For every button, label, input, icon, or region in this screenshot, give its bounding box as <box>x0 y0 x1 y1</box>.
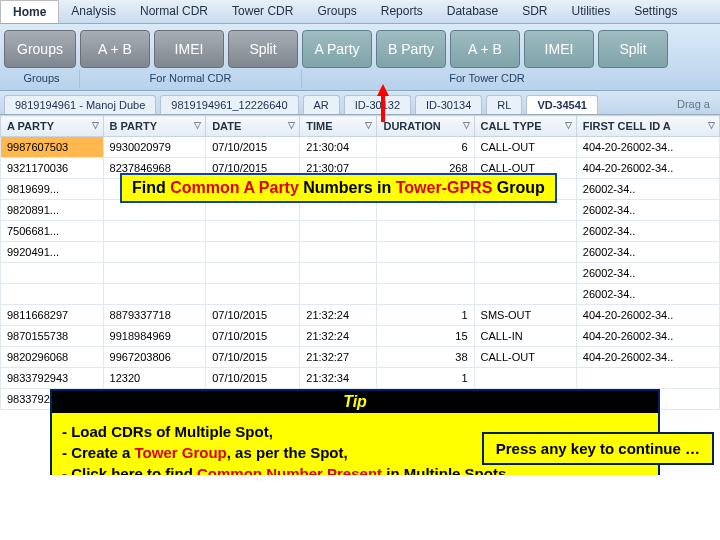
ribbon-section-for-tower-cdr: For Tower CDR <box>302 70 672 88</box>
col-first-cell-id-a[interactable]: FIRST CELL ID A▽ <box>576 116 719 137</box>
table-row[interactable]: 9920491...26002-34.. <box>1 242 720 263</box>
col-time[interactable]: TIME▽ <box>300 116 377 137</box>
tab-5[interactable]: RL <box>486 95 522 114</box>
continue-prompt[interactable]: Press any key to continue … <box>482 432 714 465</box>
menu-groups[interactable]: Groups <box>305 0 368 23</box>
ribbon-buttons: GroupsA + BIMEISplitA PartyB PartyA + BI… <box>4 30 716 68</box>
ribbon-btn-3-split[interactable]: Split <box>228 30 298 68</box>
ribbon-btn-5-b-party[interactable]: B Party <box>376 30 446 68</box>
ribbon-btn-0-groups[interactable]: Groups <box>4 30 76 68</box>
tab-4[interactable]: ID-30134 <box>415 95 482 114</box>
cdr-table: A PARTY▽B PARTY▽DATE▽TIME▽DURATION▽CALL … <box>0 115 720 410</box>
filter-icon[interactable]: ▽ <box>92 120 99 130</box>
ribbon-btn-6-a-b[interactable]: A + B <box>450 30 520 68</box>
table-row[interactable]: 7506681...26002-34.. <box>1 221 720 242</box>
red-arrow-indicator <box>377 84 389 122</box>
ribbon-section-groups: Groups <box>4 70 80 88</box>
filter-icon[interactable]: ▽ <box>565 120 572 130</box>
menu-tower-cdr[interactable]: Tower CDR <box>220 0 305 23</box>
ribbon: GroupsA + BIMEISplitA PartyB PartyA + BI… <box>0 24 720 91</box>
col-date[interactable]: DATE▽ <box>206 116 300 137</box>
ribbon-section-for-normal-cdr: For Normal CDR <box>80 70 302 88</box>
table-row[interactable]: 9870155738991898496907/10/201521:32:2415… <box>1 326 720 347</box>
menu-home[interactable]: Home <box>0 0 59 23</box>
ribbon-btn-4-a-party[interactable]: A Party <box>302 30 372 68</box>
ribbon-section-labels: GroupsFor Normal CDRFor Tower CDR <box>4 70 716 88</box>
col-duration[interactable]: DURATION▽ <box>377 116 474 137</box>
table-row[interactable]: 98337929431232007/10/201521:32:341 <box>1 368 720 389</box>
table-row[interactable]: 26002-34.. <box>1 263 720 284</box>
table-row[interactable]: 26002-34.. <box>1 284 720 305</box>
filter-icon[interactable]: ▽ <box>463 120 470 130</box>
ribbon-btn-2-imei[interactable]: IMEI <box>154 30 224 68</box>
table-row[interactable]: 9987607503993002097907/10/201521:30:046C… <box>1 137 720 158</box>
header-row: A PARTY▽B PARTY▽DATE▽TIME▽DURATION▽CALL … <box>1 116 720 137</box>
ribbon-btn-1-a-b[interactable]: A + B <box>80 30 150 68</box>
callout-find-common: Find Common A Party Numbers in Tower-GPR… <box>120 173 557 203</box>
menu-settings[interactable]: Settings <box>622 0 689 23</box>
menu-normal-cdr[interactable]: Normal CDR <box>128 0 220 23</box>
ribbon-btn-8-split[interactable]: Split <box>598 30 668 68</box>
menu-analysis[interactable]: Analysis <box>59 0 128 23</box>
tab-6[interactable]: VD-34541 <box>526 95 598 114</box>
col-a-party[interactable]: A PARTY▽ <box>1 116 104 137</box>
tab-0[interactable]: 9819194961 - Manoj Dube <box>4 95 156 114</box>
menu-utilities[interactable]: Utilities <box>560 0 623 23</box>
filter-icon[interactable]: ▽ <box>365 120 372 130</box>
filter-icon[interactable]: ▽ <box>288 120 295 130</box>
tip-heading: Tip <box>52 391 658 413</box>
tab-2[interactable]: AR <box>303 95 340 114</box>
table-row[interactable]: 9811668297887933771807/10/201521:32:241S… <box>1 305 720 326</box>
menu-database[interactable]: Database <box>435 0 510 23</box>
col-call-type[interactable]: CALL TYPE▽ <box>474 116 576 137</box>
document-tabs: 9819194961 - Manoj Dube9819194961_122266… <box>0 91 720 115</box>
filter-icon[interactable]: ▽ <box>708 120 715 130</box>
ribbon-btn-7-imei[interactable]: IMEI <box>524 30 594 68</box>
col-b-party[interactable]: B PARTY▽ <box>103 116 206 137</box>
filter-icon[interactable]: ▽ <box>194 120 201 130</box>
drag-hint: Drag a <box>671 95 716 114</box>
table-row[interactable]: 9820296068996720380607/10/201521:32:2738… <box>1 347 720 368</box>
menubar: HomeAnalysisNormal CDRTower CDRGroupsRep… <box>0 0 720 24</box>
data-grid-container: A PARTY▽B PARTY▽DATE▽TIME▽DURATION▽CALL … <box>0 115 720 475</box>
menu-reports[interactable]: Reports <box>369 0 435 23</box>
menu-sdr[interactable]: SDR <box>510 0 559 23</box>
tab-1[interactable]: 9819194961_12226640 <box>160 95 298 114</box>
